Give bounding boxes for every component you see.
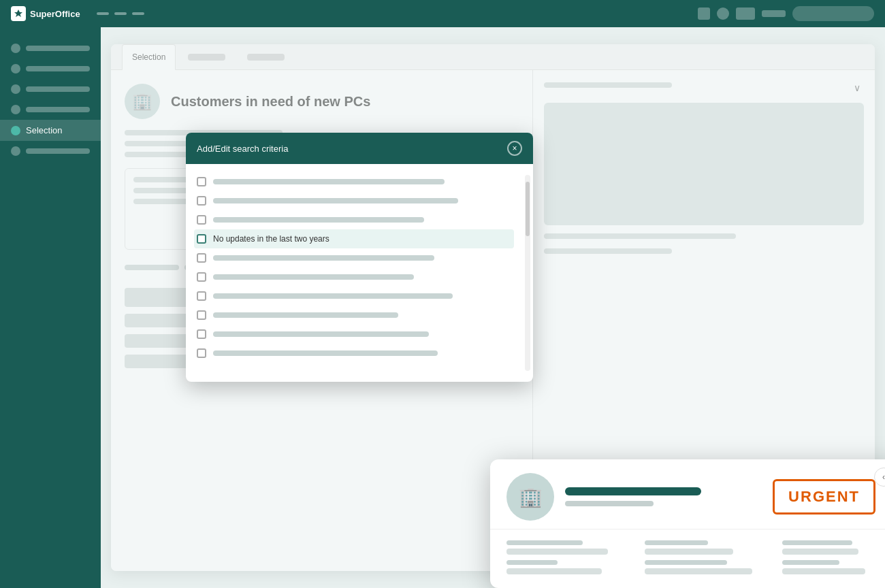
- list-checkbox-2[interactable]: [197, 196, 206, 206]
- list-item-row-8[interactable]: [194, 306, 514, 325]
- list-item-row-2[interactable]: [194, 191, 514, 210]
- sidebar-item-4[interactable]: [0, 99, 101, 120]
- sidebar-dot-selection: [11, 126, 20, 135]
- list-item-row-3[interactable]: [194, 210, 514, 229]
- right-bar-1: [544, 233, 736, 239]
- sidebar-label-2: [26, 66, 90, 71]
- body-label-4: [506, 560, 558, 565]
- body-label-5: [645, 560, 727, 565]
- sidebar-item-selection[interactable]: Selection: [0, 120, 101, 141]
- tab-2-placeholder: [188, 54, 225, 61]
- logo-icon: [11, 6, 26, 21]
- tab-2[interactable]: [178, 44, 235, 70]
- body-label-2: [645, 540, 708, 545]
- bottom-card-body: [490, 529, 885, 588]
- sidebar-label-6: [26, 148, 90, 154]
- sidebar-label-selection: Selection: [26, 125, 62, 135]
- bottom-card-info: [565, 487, 762, 506]
- modal-header: Add/Edit search criteria ×: [186, 133, 533, 164]
- bottom-card-header: 🏢 URGENT ‹ ›: [490, 459, 885, 529]
- right-bar-2: [544, 248, 672, 254]
- body-cell-6: [782, 560, 885, 574]
- nav-prev-button[interactable]: ‹: [874, 468, 885, 487]
- toolbar-bar-1: [125, 265, 179, 270]
- list-checkbox-9[interactable]: [197, 329, 206, 339]
- list-checkbox-1[interactable]: [197, 177, 206, 186]
- list-text-2: [213, 198, 458, 203]
- sidebar-dot-2: [11, 64, 20, 74]
- list-checkbox-8[interactable]: [197, 310, 206, 320]
- topbar-dot-1: [97, 12, 109, 15]
- list-text-1: [213, 179, 445, 184]
- sidebar: Selection: [0, 27, 101, 588]
- right-panel-header: ∨: [544, 81, 864, 95]
- list-item-row-9[interactable]: [194, 325, 514, 344]
- modal-close-button[interactable]: ×: [507, 141, 522, 156]
- topbar-icon-3: [736, 7, 755, 20]
- list-text-6: [213, 274, 414, 280]
- bottom-body-grid: [506, 540, 885, 574]
- modal-title: Add/Edit search criteria: [197, 144, 288, 154]
- sidebar-item-2[interactable]: [0, 59, 101, 79]
- topbar-icon-1: [698, 7, 710, 20]
- sidebar-label-4: [26, 107, 90, 112]
- list-item-row-10[interactable]: [194, 344, 514, 363]
- list-item-row-5[interactable]: [194, 248, 514, 267]
- bottom-card: 🏢 URGENT ‹ ›: [490, 459, 885, 588]
- right-text-bars: [544, 233, 864, 259]
- chevron-button[interactable]: ∨: [850, 81, 864, 95]
- list-text-10: [213, 350, 438, 356]
- topbar: SuperOffice: [0, 0, 885, 27]
- sidebar-item-6[interactable]: [0, 141, 101, 161]
- body-value-3: [782, 549, 858, 555]
- main-layout: Selection Selection: [0, 27, 885, 588]
- list-item-row-7[interactable]: [194, 287, 514, 306]
- right-header-bar: [544, 82, 672, 88]
- modal-body: No updates in the last two years: [186, 164, 533, 382]
- list-text-8: [213, 312, 398, 318]
- logo: SuperOffice: [11, 6, 80, 21]
- list-item-highlighted[interactable]: No updates in the last two years: [194, 229, 514, 248]
- bottom-name-bar: [565, 487, 701, 495]
- body-cell-2: [645, 540, 772, 555]
- list-checkbox-6[interactable]: [197, 272, 206, 282]
- modal-list: No updates in the last two years: [186, 172, 522, 374]
- sidebar-item-1[interactable]: [0, 38, 101, 59]
- urgent-badge: URGENT: [773, 479, 875, 514]
- list-text-9: [213, 331, 429, 337]
- body-value-2: [645, 549, 734, 555]
- modal-dialog: Add/Edit search criteria ×: [186, 133, 533, 382]
- entity-icon: 🏢: [125, 84, 160, 119]
- list-checkbox-7[interactable]: [197, 291, 206, 301]
- modal-scrollbar-thumb: [526, 182, 530, 236]
- list-item-row-1[interactable]: [194, 172, 514, 191]
- list-checkbox-10[interactable]: [197, 348, 206, 358]
- body-value-4: [506, 568, 602, 574]
- content-area: Selection 🏢 Customers in need: [101, 27, 885, 588]
- sidebar-item-3[interactable]: [0, 79, 101, 99]
- sidebar-label-1: [26, 46, 90, 51]
- body-cell-4: [506, 560, 634, 574]
- body-label-1: [506, 540, 583, 545]
- topbar-dot-2: [114, 12, 127, 15]
- topbar-search[interactable]: [792, 6, 874, 21]
- building-icon: 🏢: [132, 92, 152, 111]
- topbar-icon-2: [717, 7, 729, 20]
- topbar-right: [698, 6, 874, 21]
- tab-3[interactable]: [238, 44, 294, 70]
- list-checkbox-highlighted[interactable]: [197, 234, 206, 244]
- tab-selection[interactable]: Selection: [122, 44, 176, 70]
- topbar-icon-4: [762, 10, 786, 17]
- modal-scrollbar[interactable]: [525, 175, 530, 371]
- topbar-dot-3: [132, 12, 144, 15]
- list-checkbox-3[interactable]: [197, 215, 206, 225]
- list-checkbox-5[interactable]: [197, 253, 206, 263]
- body-value-6: [782, 568, 865, 574]
- body-cell-1: [506, 540, 634, 555]
- right-image-box: [544, 103, 864, 225]
- tab-3-placeholder: [247, 54, 285, 61]
- body-label-3: [782, 540, 852, 545]
- list-item-row-6[interactable]: [194, 267, 514, 287]
- sidebar-dot-6: [11, 146, 20, 156]
- sidebar-dot-4: [11, 105, 20, 114]
